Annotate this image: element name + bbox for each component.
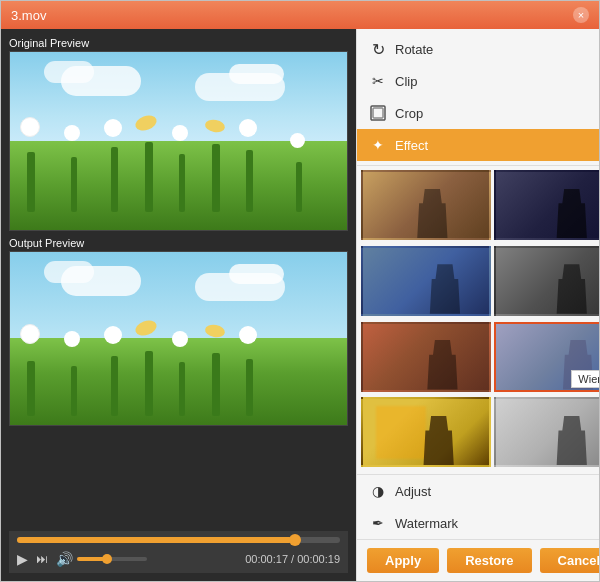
adjust-icon: ◑ xyxy=(369,482,387,500)
effect-thumb-2[interactable] xyxy=(361,246,491,316)
out-stem-5 xyxy=(246,359,253,416)
effect-thumb-1[interactable] xyxy=(494,170,599,240)
volume-section: 🔊 xyxy=(56,551,147,567)
output-landscape xyxy=(10,252,347,425)
crop-icon xyxy=(369,104,387,122)
tool-adjust[interactable]: ◑ Adjust xyxy=(357,475,599,507)
crop-label: Crop xyxy=(395,106,423,121)
person-silhouette-2 xyxy=(426,264,464,314)
out-stem-2 xyxy=(71,366,77,416)
clip-label: Clip xyxy=(395,74,417,89)
out-stem-3 xyxy=(111,356,118,416)
tool-crop[interactable]: Crop xyxy=(357,97,599,129)
title-bar: 3.mov × xyxy=(1,1,599,29)
effect-thumb-4[interactable] xyxy=(361,322,491,392)
original-landscape xyxy=(10,52,347,230)
left-panel: Original Preview xyxy=(1,29,356,581)
play-button[interactable]: ▶ xyxy=(17,551,28,567)
progress-fill xyxy=(17,537,292,543)
flower-6 xyxy=(290,133,305,148)
effect-label: Effect xyxy=(395,138,428,153)
close-button[interactable]: × xyxy=(573,7,589,23)
cancel-button[interactable]: Cancel xyxy=(540,548,599,573)
apply-button[interactable]: Apply xyxy=(367,548,439,573)
person-silhouette-3 xyxy=(553,264,591,314)
effect-thumb-0[interactable] xyxy=(361,170,491,240)
adjust-label: Adjust xyxy=(395,484,431,499)
tool-rotate[interactable]: ↻ Rotate xyxy=(357,33,599,65)
controls-area: ▶ ⏭ 🔊 00:00:17 / 00:00:19 xyxy=(9,531,348,573)
out-flower-3 xyxy=(104,326,122,344)
output-preview-section: Output Preview xyxy=(9,237,348,426)
out-flower-2 xyxy=(64,331,80,347)
tool-watermark[interactable]: ✒ Watermark xyxy=(357,507,599,539)
effect-thumb-6[interactable] xyxy=(361,397,491,467)
effects-grid: Wiener xyxy=(357,166,599,474)
out-flower-4 xyxy=(172,331,188,347)
stem-3 xyxy=(111,147,118,212)
flower-2 xyxy=(64,125,80,141)
effect-icon: ✦ xyxy=(369,136,387,154)
cloud-2 xyxy=(44,61,94,83)
controls-row: ▶ ⏭ 🔊 00:00:17 / 00:00:19 xyxy=(17,551,340,567)
watermark-label: Watermark xyxy=(395,516,458,531)
out-stem-4 xyxy=(179,362,185,416)
restore-button[interactable]: Restore xyxy=(447,548,531,573)
rotate-label: Rotate xyxy=(395,42,433,57)
next-frame-button[interactable]: ⏭ xyxy=(36,552,48,566)
progress-thumb[interactable] xyxy=(289,534,301,546)
lily-stem-2 xyxy=(212,144,220,212)
out-cloud-2 xyxy=(44,261,94,283)
out-flower-5 xyxy=(239,326,257,344)
original-label: Original Preview xyxy=(9,37,348,49)
tool-clip[interactable]: ✂ Clip xyxy=(357,65,599,97)
progress-bar[interactable] xyxy=(17,537,340,543)
original-preview-section: Original Preview xyxy=(9,37,348,231)
flower-4 xyxy=(172,125,188,141)
volume-thumb[interactable] xyxy=(102,554,112,564)
main-content: Original Preview xyxy=(1,29,599,581)
out-lily-stem-2 xyxy=(212,353,220,416)
window-title: 3.mov xyxy=(11,8,46,23)
cloud-4 xyxy=(229,64,284,84)
stem-2 xyxy=(71,157,77,212)
rotate-icon: ↻ xyxy=(369,40,387,58)
preview-section: Original Preview xyxy=(9,37,348,525)
stem-1 xyxy=(27,152,35,212)
stem-4 xyxy=(179,154,185,212)
person-silhouette-7 xyxy=(553,416,591,466)
eff6-overlay xyxy=(376,406,426,459)
bottom-tools: ◑ Adjust ✒ Watermark xyxy=(357,474,599,539)
svg-rect-1 xyxy=(373,108,383,118)
lily-stem-1 xyxy=(145,142,153,212)
out-cloud-4 xyxy=(229,264,284,284)
original-video-preview xyxy=(9,51,348,231)
right-panel: ↻ Rotate ✂ Clip Crop xyxy=(356,29,599,581)
watermark-icon: ✒ xyxy=(369,514,387,532)
person-silhouette-1 xyxy=(553,189,591,239)
effect-thumb-5[interactable]: Wiener xyxy=(494,322,599,392)
out-stem-1 xyxy=(27,361,35,416)
person-silhouette-4 xyxy=(424,340,462,390)
output-video-preview xyxy=(9,251,348,426)
clip-icon: ✂ xyxy=(369,72,387,90)
main-window: 3.mov × Original Preview xyxy=(0,0,600,582)
volume-slider[interactable] xyxy=(77,557,147,561)
out-lily-stem-1 xyxy=(145,351,153,416)
tool-effect[interactable]: ✦ Effect xyxy=(357,129,599,161)
effect-thumb-3[interactable] xyxy=(494,246,599,316)
person-silhouette-5 xyxy=(559,340,597,390)
time-display: 00:00:17 / 00:00:19 xyxy=(245,553,340,565)
output-label: Output Preview xyxy=(9,237,348,249)
person-silhouette-0 xyxy=(413,189,451,239)
volume-icon: 🔊 xyxy=(56,551,73,567)
action-bar: Apply Restore Cancel xyxy=(357,539,599,581)
effect-thumb-7[interactable] xyxy=(494,397,599,467)
out-flower-1 xyxy=(20,324,40,344)
tool-menu: ↻ Rotate ✂ Clip Crop xyxy=(357,29,599,166)
stem-6 xyxy=(296,162,302,212)
stem-5 xyxy=(246,150,253,212)
